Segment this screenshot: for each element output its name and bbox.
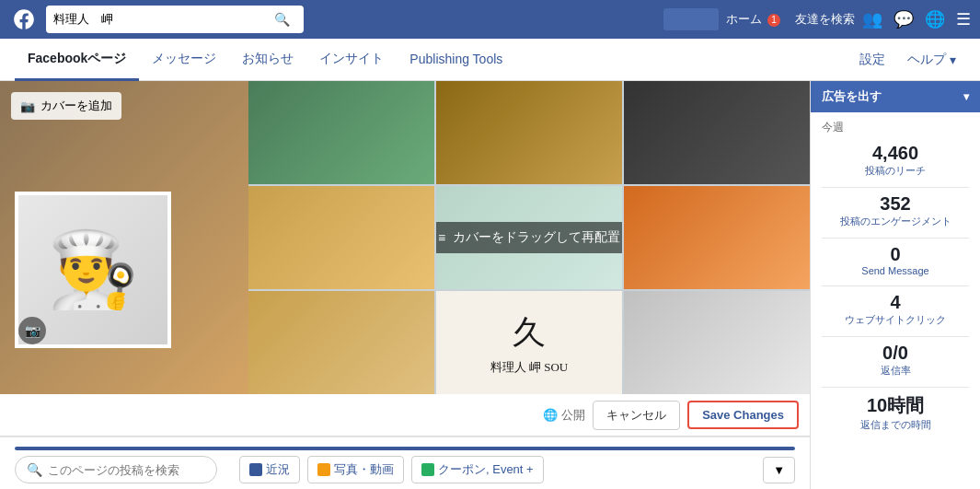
stat-divider-5: [822, 387, 969, 388]
profile-silhouette: 👨‍🍳: [47, 227, 139, 313]
home-badge: 1: [767, 14, 780, 27]
search-bar[interactable]: 🔍: [46, 6, 304, 33]
save-changes-button[interactable]: Save Changes: [687, 401, 799, 429]
people-icon[interactable]: 👥: [862, 9, 882, 29]
nav-links: ホーム 1 友達を検索: [726, 11, 855, 28]
search-input[interactable]: [53, 13, 274, 27]
search-icon: 🔍: [27, 462, 42, 477]
home-link[interactable]: ホーム 1: [726, 11, 780, 28]
settings-tab[interactable]: 設定: [847, 41, 898, 79]
find-friends-link[interactable]: 友達を検索: [795, 11, 855, 28]
stat-clicks-number: 4: [822, 292, 969, 313]
ad-button[interactable]: 広告を出す ▾: [811, 81, 980, 112]
help-tab[interactable]: ヘルプ ▾: [898, 41, 965, 79]
coupon-icon: [421, 463, 434, 476]
drag-icon: ≡: [438, 230, 445, 245]
stat-divider-4: [822, 336, 969, 337]
menu-icon[interactable]: ☰: [956, 9, 971, 29]
photo-grid: ≡ カバーをドラッグして再配置 久 料理人 岬 SOU: [248, 81, 810, 394]
photo-cell-3: [436, 81, 622, 184]
photo-cell-5: [248, 186, 434, 289]
search-icon[interactable]: 🔍: [274, 12, 290, 27]
bottom-row: 🔍 近況 写真・動画 クーポン, Event +: [0, 450, 810, 489]
nav-icons: 👥 💬 🌐 ☰: [862, 9, 971, 29]
sort-button[interactable]: ▼: [763, 457, 795, 483]
photo-cell-4: [624, 81, 810, 184]
top-navigation: 🔍 ホーム 1 友達を検索 👥 💬 🌐 ☰: [0, 0, 980, 39]
nav-avatar[interactable]: [663, 8, 719, 30]
sort-icon: ▼: [773, 463, 785, 477]
photo-cell-8: [248, 291, 434, 394]
stat-send-number: 0: [822, 244, 969, 265]
action-tabs: 近況 写真・動画 クーポン, Event +: [225, 456, 755, 483]
tab-notifications[interactable]: お知らせ: [229, 40, 306, 81]
search-posts-input[interactable]: [48, 463, 205, 477]
public-label: 🌐 公開: [543, 407, 585, 424]
stat-engagement-number: 352: [822, 193, 969, 215]
cover-photo: 📷 カバーを追加 ≡: [0, 81, 810, 394]
cover-bottom-bar: 🌐 公開 キャンセル Save Changes: [0, 394, 810, 437]
profile-pic-area: 👨‍🍳 📷: [15, 192, 171, 348]
tab-messages[interactable]: メッセージ: [139, 40, 229, 81]
tab-facebook-page[interactable]: Facebookページ: [15, 40, 139, 81]
logo-cell: 久 料理人 岬 SOU: [436, 291, 622, 394]
stat-engagement-label: 投稿のエンゲージメント: [822, 215, 969, 228]
stat-website-clicks: 4 ウェブサイトクリック: [822, 292, 969, 327]
message-icon[interactable]: 💬: [894, 9, 914, 29]
facebook-logo: [9, 5, 39, 34]
chevron-down-icon: ▾: [950, 52, 956, 67]
stat-send-message: 0 Send Message: [822, 244, 969, 276]
stats-period: 今週: [822, 120, 969, 135]
action-tab-coupon[interactable]: クーポン, Event +: [411, 456, 544, 483]
tab-insights[interactable]: インサイト: [306, 40, 397, 81]
stat-ratio-number: 0/0: [822, 343, 969, 364]
stats-section: 今週 4,460 投稿のリーチ 352 投稿のエンゲージメント 0 Send M…: [811, 112, 980, 448]
stat-reply-time: 10時間 返信までの時間: [822, 393, 969, 432]
logo-text: 料理人 岬 SOU: [490, 359, 569, 376]
stat-clicks-label: ウェブサイトクリック: [822, 313, 969, 327]
cover-area: 📷 カバーを追加 ≡: [0, 81, 810, 489]
right-sidebar: 広告を出す ▾ 今週 4,460 投稿のリーチ 352 投稿のエンゲージメント …: [810, 81, 980, 489]
photo-cell-9: [624, 291, 810, 394]
stat-reach-label: 投稿のリーチ: [822, 164, 969, 178]
camera-icon: 📷: [20, 99, 35, 113]
photo-cell-2: [248, 81, 434, 184]
stat-divider-1: [822, 187, 969, 188]
main-content: 📷 カバーを追加 ≡: [0, 81, 980, 489]
media-icon: [317, 463, 330, 476]
stat-divider-3: [822, 285, 969, 286]
stat-hours-label: 返信までの時間: [822, 418, 969, 432]
stat-divider-2: [822, 238, 969, 239]
search-posts[interactable]: 🔍: [15, 456, 217, 483]
photo-cell-6: ≡ カバーをドラッグして再配置: [436, 186, 622, 289]
page-bottom: 🔍 近況 写真・動画 クーポン, Event +: [0, 437, 810, 489]
tab-publishing-tools[interactable]: Publishing Tools: [397, 41, 515, 80]
logo-kanji: 久: [513, 310, 546, 355]
chevron-down-icon: ▾: [963, 90, 969, 103]
status-icon: [249, 463, 262, 476]
globe-icon: 🌐: [543, 408, 558, 422]
stat-send-label: Send Message: [822, 265, 969, 276]
page-tabs: Facebookページ メッセージ お知らせ インサイト Publishing …: [0, 39, 980, 81]
cancel-button[interactable]: キャンセル: [593, 401, 680, 430]
stat-engagement: 352 投稿のエンゲージメント: [822, 193, 969, 228]
stat-ratio-label: 返信率: [822, 364, 969, 378]
photo-cell-7: [624, 186, 810, 289]
stat-reply-rate: 0/0 返信率: [822, 343, 969, 378]
add-cover-button[interactable]: 📷 カバーを追加: [11, 92, 121, 120]
stat-reach: 4,460 投稿のリーチ: [822, 143, 969, 178]
action-tab-media[interactable]: 写真・動画: [307, 456, 404, 483]
drag-overlay: ≡ カバーをドラッグして再配置: [436, 222, 622, 253]
action-tab-status[interactable]: 近況: [239, 456, 300, 483]
profile-camera-icon[interactable]: 📷: [18, 317, 46, 344]
stat-reach-number: 4,460: [822, 143, 969, 164]
stat-hours-number: 10時間: [822, 393, 969, 418]
globe-icon[interactable]: 🌐: [925, 9, 945, 29]
